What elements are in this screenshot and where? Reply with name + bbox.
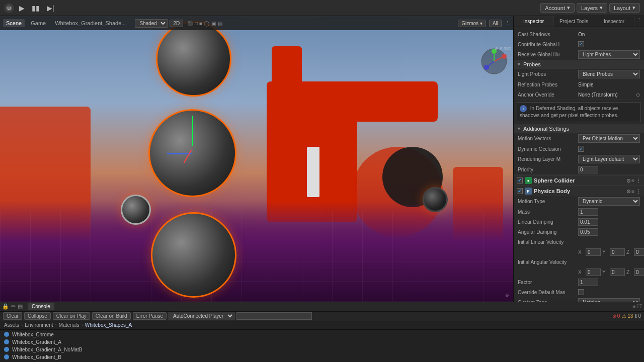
deferred-info-box: i In Deferred Shading, all objects recei… (517, 102, 641, 122)
play-button[interactable]: ▶ (17, 3, 27, 13)
sphere-collider-header[interactable]: ✓ ● Sphere Collider ⊙ ≡ ⋮ (514, 175, 644, 186)
unity-logo-icon[interactable]: U (4, 3, 14, 13)
physics-body-settings[interactable]: ⊙ ≡ ⋮ (626, 189, 641, 194)
white-pillar (307, 147, 319, 197)
panel-tabs: Inspector Project Tools Inspector ⋮ (514, 16, 644, 27)
sphere-small (121, 195, 151, 225)
ang-vel-y[interactable] (610, 268, 625, 276)
asset-item-gradient-a[interactable]: Whitebox_Gradient_A (0, 338, 644, 346)
console-search-input[interactable] (236, 312, 312, 320)
motion-type-dropdown[interactable]: Dynamic (578, 197, 640, 206)
rendering-layer-dropdown[interactable]: Light Layer default (578, 155, 640, 163)
all-button[interactable]: All (489, 20, 502, 27)
override-mass-checkbox[interactable] (578, 289, 584, 295)
player-select[interactable]: AutoConnected Player (169, 312, 234, 320)
svg-text:U: U (8, 6, 11, 11)
breadcrumb-environment[interactable]: Environment (25, 322, 53, 328)
more-icon[interactable]: ⋮ (505, 20, 510, 27)
init-angular-vel-xyz: X Y Z (578, 268, 644, 276)
rendering-layer-row: Rendering Layer M Light Layer default (514, 154, 644, 164)
grid (0, 211, 513, 302)
additional-settings-header[interactable]: ▼ Additional Settings (514, 124, 644, 133)
top-bar: U ▶ ▮▮ ▶| Account ▾ Layers ▾ Layout ▾ (0, 0, 644, 16)
inspector-tab[interactable]: Inspector (514, 16, 554, 27)
info-icon: i (520, 105, 527, 112)
ang-vel-x[interactable] (586, 268, 601, 276)
svg-point-6 (502, 54, 507, 59)
account-dropdown[interactable]: Account ▾ (540, 3, 575, 13)
mass-row: Mass (514, 207, 644, 217)
clear-button[interactable]: Clear (3, 312, 22, 320)
priority-input[interactable] (578, 166, 598, 173)
panel-more-icon[interactable]: ⋮ (634, 16, 644, 27)
custom-tags-dropdown[interactable]: Nothing (578, 298, 640, 302)
additional-settings-body: Motion Vectors Per Object Motion Dynamic… (514, 133, 644, 175)
pause-button[interactable]: ▮▮ (30, 3, 42, 13)
motion-vectors-row: Motion Vectors Per Object Motion (514, 133, 644, 144)
asset-dot (4, 354, 9, 359)
asset-item-chrome[interactable]: Whitebox_Chrome (0, 331, 644, 338)
game-tab[interactable]: Game (28, 19, 49, 27)
console-tab[interactable]: Console (28, 303, 54, 310)
layout-dropdown[interactable]: Layout ▾ (609, 3, 640, 13)
inspector-content: Cast Shadows On Contribute Global I ✓ Re… (514, 27, 644, 302)
dynamic-occlusion-checkbox[interactable]: ✓ (578, 146, 584, 152)
sphere-collider-settings[interactable]: ⊙ ≡ ⋮ (626, 178, 641, 184)
gizmos-button[interactable]: Gizmos ▾ (458, 20, 486, 27)
chevron-down-icon: ▾ (632, 5, 635, 11)
angular-damping-input[interactable] (578, 228, 598, 236)
breadcrumb-assets[interactable]: Assets (4, 322, 19, 328)
custom-tags-row: Custom Tags Nothing (514, 297, 644, 302)
light-probes-row: Light Probes Blend Probes (514, 69, 644, 79)
probes-section-header[interactable]: ▼ Probes (514, 60, 644, 69)
bottom-edit-icon[interactable]: ✏ (11, 303, 16, 310)
ang-vel-z[interactable] (634, 268, 644, 276)
physics-body-icon: P (525, 188, 532, 195)
physics-body-header[interactable]: ✓ P Physics Body ⊙ ≡ ⋮ (514, 186, 644, 196)
bottom-lock-icon[interactable]: 🔒 (2, 303, 9, 310)
error-count: ⊗ 0 (612, 313, 620, 319)
material-tab[interactable]: Whitebox_Gradient_Shade... (52, 19, 129, 27)
collapse-button[interactable]: Collapse (24, 312, 51, 320)
project-tools-tab[interactable]: Project Tools (554, 16, 594, 27)
2d-button[interactable]: 2D (170, 20, 183, 27)
gravity-factor-input[interactable] (578, 279, 598, 286)
priority-row: Priority (514, 164, 644, 174)
lin-vel-x[interactable] (586, 248, 601, 256)
viewport[interactable]: Scene Game Whitebox_Gradient_Shade... Sh… (0, 16, 513, 302)
bottom-filter-icon[interactable]: ▤ (18, 303, 23, 310)
sphere-collider-checkbox[interactable]: ✓ (517, 177, 523, 184)
main-area: Scene Game Whitebox_Gradient_Shade... Sh… (0, 16, 644, 302)
asset-item-gradient-a-nomatb[interactable]: Whitebox_Gradient_A_NoMatB (0, 346, 644, 353)
shading-select[interactable]: Shaded (135, 19, 168, 28)
probes-section-body: Light Probes Blend Probes Reflection Pro… (514, 69, 644, 100)
step-button[interactable]: ▶| (45, 3, 56, 13)
motion-vectors-dropdown[interactable]: Per Object Motion (578, 134, 640, 143)
override-default-mass-row: Override Default Mas (514, 287, 644, 297)
clear-on-play-button[interactable]: Clear on Play (53, 312, 90, 320)
breadcrumb-materials[interactable]: Materials (59, 322, 79, 328)
error-pause-button[interactable]: Error Pause (133, 312, 167, 320)
lin-vel-z[interactable] (634, 248, 644, 256)
clear-on-build-button[interactable]: Clear on Build (92, 312, 131, 320)
inspector2-tab[interactable]: Inspector (594, 16, 634, 27)
lin-vel-y[interactable] (610, 248, 625, 256)
anchor-override-icon[interactable]: ⊙ (636, 92, 640, 98)
scene-tab[interactable]: Scene (3, 19, 25, 27)
physics-body-checkbox[interactable]: ✓ (517, 188, 523, 194)
breadcrumb: Assets › Environment › Materials › White… (0, 321, 644, 330)
gravity-factor-row: Factor (514, 277, 644, 287)
layers-dropdown[interactable]: Layers ▾ (577, 3, 607, 13)
console-toolbar: Clear Collapse Clear on Play Clear on Bu… (0, 312, 644, 321)
init-angular-vel-row: X Y Z (514, 267, 644, 277)
asset-item-gradient-b[interactable]: Whitebox_Gradient_B (0, 353, 644, 361)
light-probes-dropdown[interactable]: Blend Probes (578, 70, 640, 78)
sphere-top (156, 21, 231, 97)
contribute-gi-checkbox[interactable]: ✓ (578, 41, 584, 47)
mass-input[interactable] (578, 208, 598, 216)
bottom-tab-bar: 🔒 ✏ ▤ Console ★17 (0, 302, 644, 312)
receive-gi-dropdown[interactable]: Light Probes (578, 50, 640, 59)
init-linear-vel-xyz: X Y Z (578, 248, 644, 256)
linear-damping-input[interactable] (578, 218, 598, 226)
chevron-down-icon: ▾ (567, 5, 570, 11)
